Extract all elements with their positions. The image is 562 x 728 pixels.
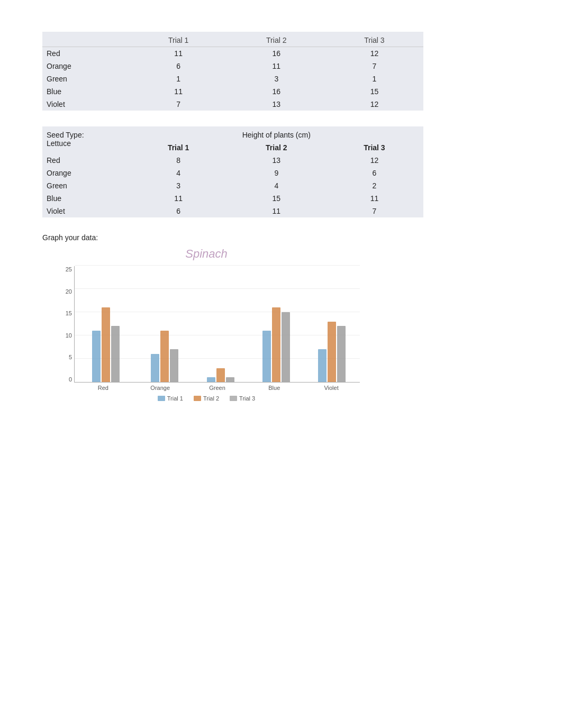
spinach-t3-cell: 1 <box>325 72 423 85</box>
seed-type-label: Seed Type: <box>47 131 125 139</box>
lettuce-t3-cell: 6 <box>325 167 423 179</box>
x-label-violet: Violet <box>303 385 360 391</box>
bar-orange-t2 <box>160 331 169 382</box>
lettuce-t3-cell: 11 <box>325 192 423 205</box>
bar-red-t1 <box>92 331 101 382</box>
spinach-color-cell: Violet <box>42 98 130 111</box>
lettuce-t3-cell: 12 <box>325 154 423 167</box>
bar-group-red <box>83 307 128 382</box>
bar-green-t3 <box>226 377 234 382</box>
lettuce-t1-cell: 4 <box>130 167 228 179</box>
legend-color-trial1 <box>158 396 165 401</box>
lettuce-t1-cell: 8 <box>130 154 228 167</box>
lettuce-seed-label: Seed Type: Lettuce <box>42 126 130 154</box>
y-label-25: 25 <box>55 266 72 272</box>
legend-label-trial2: Trial 2 <box>203 395 219 402</box>
y-label-0: 0 <box>55 376 72 383</box>
legend-color-trial3 <box>230 396 237 401</box>
lettuce-t1-cell: 3 <box>130 179 228 192</box>
lettuce-t2-cell: 15 <box>228 192 325 205</box>
lettuce-t2-cell: 4 <box>228 179 325 192</box>
lettuce-t2-cell: 9 <box>228 167 325 179</box>
spinach-col-trial3: Trial 3 <box>325 32 423 47</box>
lettuce-t2-cell: 11 <box>228 205 325 217</box>
bar-green-t2 <box>216 368 225 382</box>
bar-violet-t1 <box>318 349 327 382</box>
spinach-t2-cell: 13 <box>228 98 325 111</box>
bar-orange-t3 <box>170 349 178 382</box>
lettuce-color-cell: Green <box>42 179 130 192</box>
bar-group-orange <box>142 331 187 382</box>
bar-orange-t1 <box>151 354 159 382</box>
spinach-t1-cell: 11 <box>130 47 228 60</box>
spinach-color-cell: Orange <box>42 60 130 72</box>
y-label-20: 20 <box>55 288 72 295</box>
bar-red-t2 <box>102 307 110 382</box>
spinach-t2-cell: 16 <box>228 85 325 98</box>
height-label: Height of plants (cm) <box>130 126 423 141</box>
spinach-color-cell: Green <box>42 72 130 85</box>
bar-group-blue <box>253 307 298 382</box>
chart-legend: Trial 1 Trial 2 Trial 3 <box>53 395 360 402</box>
chart-title: Spinach <box>53 247 360 261</box>
lettuce-t3-cell: 7 <box>325 205 423 217</box>
graph-label: Graph your data: <box>42 233 520 242</box>
spinach-col-trial1: Trial 1 <box>130 32 228 47</box>
lettuce-table: Seed Type: Lettuce Height of plants (cm)… <box>42 126 423 217</box>
lettuce-color-cell: Blue <box>42 192 130 205</box>
legend-color-trial2 <box>194 396 201 401</box>
spinach-t2-cell: 16 <box>228 47 325 60</box>
spinach-t1-cell: 1 <box>130 72 228 85</box>
lettuce-t3-cell: 2 <box>325 179 423 192</box>
lettuce-col-trial2: Trial 2 <box>228 141 325 154</box>
bar-violet-t2 <box>328 322 336 382</box>
bar-group-green <box>198 368 243 382</box>
spinach-t1-cell: 7 <box>130 98 228 111</box>
spinach-col-trial2: Trial 2 <box>228 32 325 47</box>
y-label-5: 5 <box>55 354 72 360</box>
lettuce-table-section: Seed Type: Lettuce Height of plants (cm)… <box>42 126 520 217</box>
spinach-color-cell: Blue <box>42 85 130 98</box>
spinach-t1-cell: 6 <box>130 60 228 72</box>
lettuce-col-trial1: Trial 1 <box>130 141 228 154</box>
spinach-table: Trial 1 Trial 2 Trial 3 Red 11 16 12 Ora… <box>42 32 423 111</box>
lettuce-color-cell: Orange <box>42 167 130 179</box>
lettuce-col-trial3: Trial 3 <box>325 141 423 154</box>
spinach-col-empty <box>42 32 130 47</box>
legend-label-trial1: Trial 1 <box>167 395 183 402</box>
legend-trial1: Trial 1 <box>158 395 183 402</box>
spinach-t2-cell: 3 <box>228 72 325 85</box>
x-label-blue: Blue <box>246 385 303 391</box>
spinach-table-section: Trial 1 Trial 2 Trial 3 Red 11 16 12 Ora… <box>42 32 520 111</box>
lettuce-color-cell: Violet <box>42 205 130 217</box>
lettuce-t1-cell: 6 <box>130 205 228 217</box>
spinach-color-cell: Red <box>42 47 130 60</box>
legend-trial2: Trial 2 <box>194 395 219 402</box>
seed-type-value: Lettuce <box>47 139 125 148</box>
spinach-t1-cell: 11 <box>130 85 228 98</box>
legend-trial3: Trial 3 <box>230 395 255 402</box>
bar-green-t1 <box>207 377 215 382</box>
lettuce-t1-cell: 11 <box>130 192 228 205</box>
bar-blue-t1 <box>262 331 271 382</box>
spinach-t3-cell: 15 <box>325 85 423 98</box>
lettuce-color-cell: Red <box>42 154 130 167</box>
spinach-t3-cell: 12 <box>325 47 423 60</box>
bar-violet-t3 <box>337 326 346 382</box>
bar-group-violet <box>310 322 355 382</box>
chart-container: Spinach 0 5 10 15 20 25 RedOrangeGreenBl… <box>53 247 360 402</box>
x-label-green: Green <box>189 385 246 391</box>
spinach-t3-cell: 7 <box>325 60 423 72</box>
y-label-15: 15 <box>55 310 72 316</box>
legend-label-trial3: Trial 3 <box>239 395 255 402</box>
x-label-red: Red <box>75 385 132 391</box>
x-label-orange: Orange <box>132 385 189 391</box>
bar-red-t3 <box>111 326 120 382</box>
y-label-10: 10 <box>55 332 72 339</box>
bar-blue-t3 <box>282 312 290 382</box>
lettuce-t2-cell: 13 <box>228 154 325 167</box>
spinach-t3-cell: 12 <box>325 98 423 111</box>
spinach-t2-cell: 11 <box>228 60 325 72</box>
bar-blue-t2 <box>272 307 280 382</box>
